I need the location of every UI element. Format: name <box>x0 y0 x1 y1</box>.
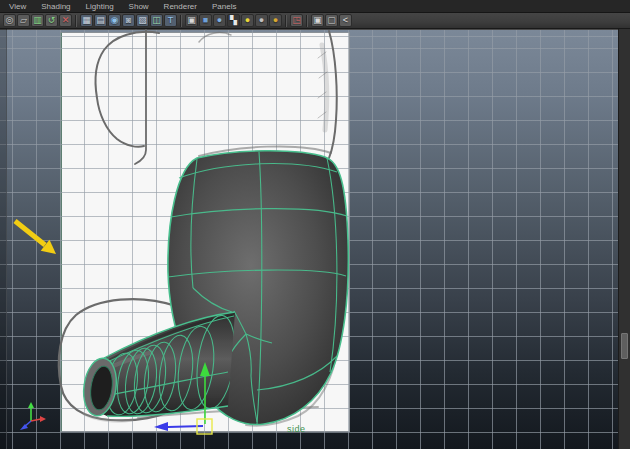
menu-item[interactable]: Renderer <box>164 0 197 13</box>
toolbar-group-extras: ▣▢< <box>311 14 352 27</box>
shared-view-icon[interactable]: < <box>339 14 352 27</box>
viewport-left-edge <box>0 29 7 449</box>
orbit-view-icon[interactable]: ◎ <box>3 14 16 27</box>
toolbar-separator <box>285 15 287 27</box>
menu-item[interactable]: Lighting <box>86 0 114 13</box>
camera-label: side <box>287 424 306 434</box>
right-panel-edge <box>618 29 630 449</box>
safe-action-icon[interactable]: ◫ <box>150 14 163 27</box>
menu-item[interactable]: Shading <box>41 0 70 13</box>
field-chart-icon[interactable]: ▧ <box>136 14 149 27</box>
scrollbar-thumb[interactable] <box>621 333 628 359</box>
toolbar-group-shading: ▣■●▚●●● <box>185 14 282 27</box>
grid-toggle-icon[interactable]: ▦ <box>80 14 93 27</box>
menu-item[interactable]: View <box>9 0 26 13</box>
pan-view-icon[interactable]: ▱ <box>17 14 30 27</box>
previous-view-icon[interactable]: ↺ <box>45 14 58 27</box>
xray-display-icon[interactable]: ▣ <box>311 14 324 27</box>
textured-lighting-icon[interactable]: ● <box>269 14 282 27</box>
film-gate-icon[interactable]: ▤ <box>94 14 107 27</box>
toolbar-group-gates: ▦▤◉◙▧◫T <box>80 14 177 27</box>
toolbar-group-isolate: ◳ <box>290 14 303 27</box>
resolution-gate-icon[interactable]: ◉ <box>108 14 121 27</box>
smooth-shade-icon[interactable]: ■ <box>199 14 212 27</box>
isolate-select-icon[interactable]: ◳ <box>290 14 303 27</box>
safe-title-icon[interactable]: T <box>164 14 177 27</box>
toolbar-separator <box>75 15 77 27</box>
panel-menubar: ViewShadingLightingShowRendererPanels <box>0 0 630 13</box>
bookmark-view-icon[interactable]: ▥ <box>31 14 44 27</box>
reference-image-plane[interactable] <box>60 32 350 432</box>
toolbar-group-camera: ◎▱▥↺✕ <box>3 14 72 27</box>
panel-toolbar: ◎▱▥↺✕ ▦▤◉◙▧◫T ▣■●▚●●● ◳ ▣▢< <box>0 13 630 29</box>
tear-off-copy-icon[interactable]: ✕ <box>59 14 72 27</box>
gate-mask-icon[interactable]: ◙ <box>122 14 135 27</box>
image-plane-icon[interactable]: ▢ <box>325 14 338 27</box>
toolbar-separator <box>180 15 182 27</box>
toolbar-separator <box>306 15 308 27</box>
use-all-lights-icon[interactable]: ▚ <box>227 14 240 27</box>
menu-item[interactable]: Show <box>129 0 149 13</box>
menu-item[interactable]: Panels <box>212 0 236 13</box>
default-lighting-icon[interactable]: ● <box>241 14 254 27</box>
wireframe-display-icon[interactable]: ▣ <box>185 14 198 27</box>
viewport-side-camera[interactable] <box>0 29 630 449</box>
flat-lighting-icon[interactable]: ● <box>255 14 268 27</box>
textured-display-icon[interactable]: ● <box>213 14 226 27</box>
